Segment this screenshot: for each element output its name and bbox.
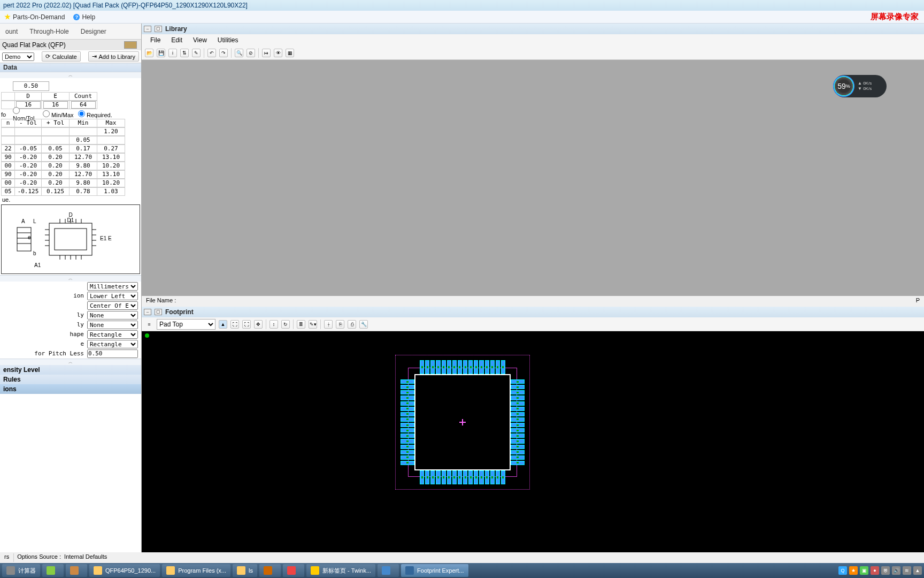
system-monitor-widget[interactable]: 59% ▲ 0K/s▼ 0K/s xyxy=(833,75,887,97)
cell[interactable]: 1.20 xyxy=(97,127,125,136)
option-input[interactable] xyxy=(87,349,138,358)
footprint-canvas[interactable] xyxy=(142,331,924,567)
pad[interactable] xyxy=(501,470,505,484)
cell[interactable]: 0.27 xyxy=(97,144,125,153)
pad[interactable] xyxy=(511,412,525,416)
radio-minmax[interactable] xyxy=(43,110,50,117)
pad[interactable] xyxy=(496,470,500,484)
pad[interactable] xyxy=(511,423,525,427)
radio-nomtol[interactable] xyxy=(13,107,20,114)
task-item[interactable] xyxy=(283,564,304,577)
pad[interactable] xyxy=(511,439,525,443)
accordion-density[interactable]: ensity Level xyxy=(0,365,141,375)
pad[interactable] xyxy=(511,455,525,460)
pad[interactable] xyxy=(511,450,525,454)
save-icon[interactable]: 💾 xyxy=(157,49,165,57)
cell[interactable]: -0.20 xyxy=(15,170,42,179)
layer-select[interactable]: Pad Top xyxy=(157,319,215,330)
pad[interactable] xyxy=(401,401,414,406)
option-input[interactable]: Millimeters xyxy=(87,282,138,291)
cell[interactable]: 9.80 xyxy=(70,179,97,187)
pad[interactable] xyxy=(401,439,414,443)
cell[interactable]: 9.80 xyxy=(70,162,97,170)
tray-icon[interactable]: ▲ xyxy=(913,566,922,575)
cell[interactable]: 12.70 xyxy=(70,153,97,162)
cell[interactable] xyxy=(70,127,97,136)
cell[interactable]: 10.20 xyxy=(97,179,125,187)
cell[interactable]: 0.20 xyxy=(42,162,70,170)
pad[interactable] xyxy=(401,445,414,449)
dim-icon[interactable]: ⟊ xyxy=(324,320,333,329)
tab-through-hole[interactable]: Through-Hole xyxy=(27,27,71,36)
pad[interactable] xyxy=(490,360,495,374)
help-link[interactable]: ? Help xyxy=(73,13,95,21)
total-count-input[interactable] xyxy=(71,101,96,109)
pad[interactable] xyxy=(485,360,489,374)
tray-icon[interactable]: ● xyxy=(871,566,879,575)
menu-file[interactable]: File xyxy=(150,36,160,44)
cell[interactable]: 13.10 xyxy=(97,170,125,179)
sort-icon[interactable]: ⇅ xyxy=(180,49,189,57)
pad[interactable] xyxy=(420,360,424,374)
cell[interactable] xyxy=(97,136,125,144)
pad[interactable] xyxy=(442,360,446,374)
pad[interactable] xyxy=(511,385,525,389)
cell[interactable]: 0.20 xyxy=(42,179,70,187)
pad[interactable] xyxy=(496,360,500,374)
pad[interactable] xyxy=(401,434,414,438)
pad[interactable] xyxy=(468,470,473,484)
cell[interactable]: 0.05 xyxy=(70,136,97,144)
delete-icon[interactable]: ⊘ xyxy=(247,49,255,57)
pan-icon[interactable]: ✥ xyxy=(254,320,263,329)
cell[interactable]: 13.10 xyxy=(97,153,125,162)
pad[interactable] xyxy=(452,470,457,484)
cell[interactable] xyxy=(15,136,42,144)
calculate-button[interactable]: ⟳ Calculate xyxy=(42,51,81,62)
cell[interactable]: 0.05 xyxy=(42,144,70,153)
cell[interactable]: 0.20 xyxy=(42,170,70,179)
E-count-input[interactable] xyxy=(43,101,68,109)
copy-icon[interactable]: ⎘ xyxy=(336,320,344,329)
cell[interactable]: 00 xyxy=(1,162,15,170)
cell[interactable]: 90 xyxy=(1,153,15,162)
task-item[interactable]: Program Files (x... xyxy=(162,564,230,577)
section-data-header[interactable]: Data xyxy=(0,63,141,72)
layer-icon[interactable]: ≡ xyxy=(145,320,153,329)
pad[interactable] xyxy=(479,360,483,374)
pad[interactable] xyxy=(452,360,457,374)
task-item[interactable]: 计算器 xyxy=(2,564,40,577)
pad[interactable] xyxy=(485,470,489,484)
pad[interactable] xyxy=(401,461,414,465)
flip-icon[interactable]: ↕ xyxy=(270,320,278,329)
add-to-library-button[interactable]: ⇥ Add to Library xyxy=(88,51,139,62)
pad[interactable] xyxy=(401,412,414,416)
accordion-rules[interactable]: Rules xyxy=(0,375,141,384)
eye-icon[interactable]: 👁 xyxy=(274,49,282,57)
pad[interactable] xyxy=(511,417,525,422)
minimize-icon[interactable]: – xyxy=(144,26,151,32)
task-item[interactable] xyxy=(259,564,281,577)
zoom-icon[interactable]: 🔍 xyxy=(235,49,243,57)
family-color-swatch[interactable] xyxy=(124,41,137,49)
cell[interactable] xyxy=(42,136,70,144)
pad[interactable] xyxy=(401,450,414,454)
pad[interactable] xyxy=(463,360,467,374)
pad[interactable] xyxy=(401,423,414,427)
pad[interactable] xyxy=(511,390,525,394)
task-item[interactable] xyxy=(378,564,399,577)
library-viewport[interactable] xyxy=(142,60,924,296)
pad[interactable] xyxy=(401,428,414,432)
print-icon[interactable]: ⎙ xyxy=(348,320,356,329)
pad[interactable] xyxy=(511,379,525,384)
option-input[interactable]: Rectangle xyxy=(87,330,138,339)
cell[interactable]: 1.03 xyxy=(97,187,125,196)
cell[interactable] xyxy=(42,127,70,136)
cell[interactable]: 12.70 xyxy=(70,170,97,179)
tab-designer[interactable]: Designer xyxy=(79,27,109,36)
pad[interactable] xyxy=(479,470,483,484)
pad[interactable] xyxy=(511,445,525,449)
collapse-handle-3[interactable]: ︿ xyxy=(0,359,141,365)
task-item[interactable] xyxy=(66,564,87,577)
radio-required[interactable] xyxy=(78,110,85,117)
cell[interactable] xyxy=(15,127,42,136)
